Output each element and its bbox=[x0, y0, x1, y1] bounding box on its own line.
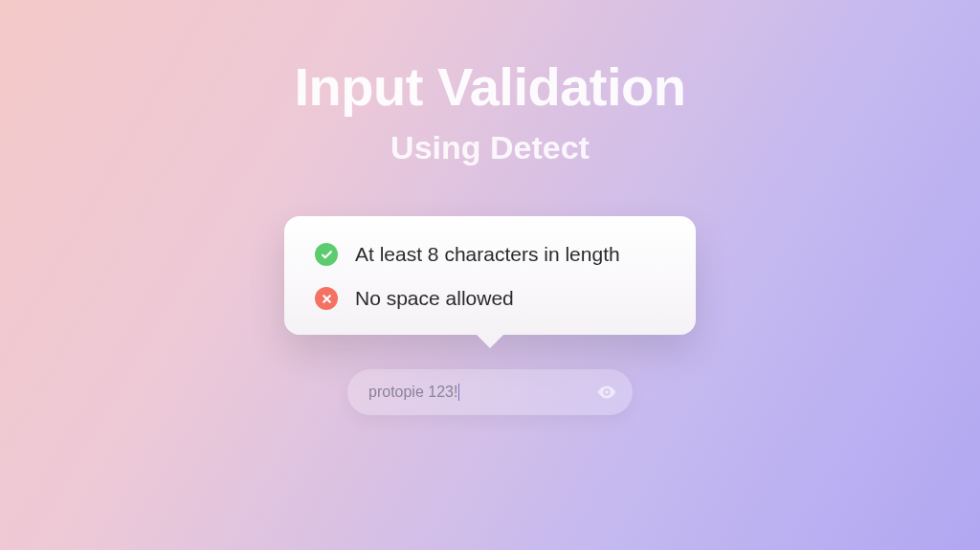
rule-text: At least 8 characters in length bbox=[355, 243, 620, 266]
check-icon bbox=[315, 243, 338, 266]
validation-tooltip: At least 8 characters in length No space… bbox=[284, 216, 696, 335]
eye-icon bbox=[596, 382, 617, 403]
password-input[interactable]: protopie 123! bbox=[347, 369, 633, 415]
close-icon bbox=[315, 287, 338, 310]
rule-text: No space allowed bbox=[355, 287, 514, 310]
validation-rule: At least 8 characters in length bbox=[315, 243, 665, 266]
input-value: protopie 123! bbox=[368, 384, 459, 402]
toggle-visibility-button[interactable] bbox=[596, 382, 617, 403]
page-title: Input Validation bbox=[295, 55, 686, 118]
validation-rule: No space allowed bbox=[315, 287, 665, 310]
page-subtitle: Using Detect bbox=[390, 129, 590, 166]
